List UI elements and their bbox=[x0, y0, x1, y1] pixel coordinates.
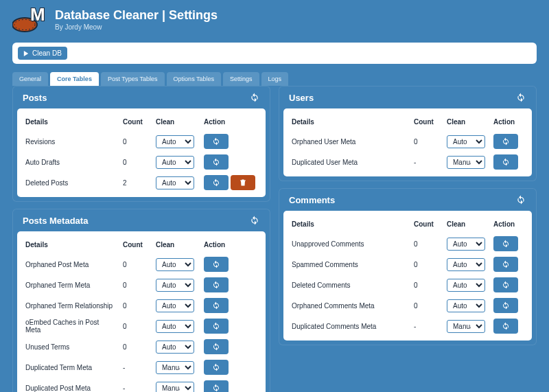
table-row: Duplicated Post Meta-Manual bbox=[21, 378, 261, 392]
table-row: Orphaned Comments Meta0Auto bbox=[288, 295, 528, 316]
row-count: - bbox=[410, 316, 443, 336]
clean-db-button[interactable]: Clean DB bbox=[18, 47, 67, 60]
table-row: oEmbed Caches in Post Meta0Auto bbox=[21, 316, 261, 336]
row-count: 0 bbox=[410, 131, 443, 152]
row-clean-button[interactable] bbox=[493, 236, 518, 251]
row-count: 2 bbox=[119, 172, 152, 193]
refresh-icon bbox=[516, 93, 526, 102]
clean-mode-select[interactable]: Auto bbox=[447, 258, 485, 271]
refresh-icon bbox=[212, 301, 220, 310]
row-label: Orphaned Post Meta bbox=[21, 254, 119, 275]
toolbar: Clean DB bbox=[12, 43, 537, 64]
clean-mode-select[interactable]: Manual bbox=[156, 361, 194, 374]
row-label: Duplicated Post Meta bbox=[21, 378, 119, 392]
row-label: Deleted Posts bbox=[21, 172, 119, 193]
row-clean-button[interactable] bbox=[204, 257, 229, 272]
panel-title: Comments bbox=[289, 195, 335, 205]
panel-posts-metadata: Posts Metadata Details Count Clean Actio… bbox=[12, 209, 270, 392]
row-label: Deleted Comments bbox=[288, 275, 410, 295]
row-label: Duplicated Term Meta bbox=[21, 357, 119, 378]
row-clean-button[interactable] bbox=[204, 154, 229, 170]
clean-mode-select[interactable]: Auto bbox=[156, 279, 194, 292]
svg-text:M: M bbox=[30, 5, 45, 25]
th-action: Action bbox=[200, 238, 261, 254]
clean-mode-select[interactable]: Manual bbox=[156, 382, 194, 393]
tab-post-types[interactable]: Post Types Tables bbox=[101, 72, 165, 86]
refresh-icon bbox=[212, 178, 220, 187]
clean-mode-select[interactable]: Auto bbox=[447, 279, 485, 292]
row-count: 0 bbox=[119, 254, 152, 275]
tab-core-tables[interactable]: Core Tables bbox=[50, 72, 99, 86]
play-icon bbox=[23, 51, 29, 56]
table-row: Orphaned Post Meta0Auto bbox=[21, 254, 261, 275]
tab-general[interactable]: General bbox=[12, 72, 48, 86]
panel-title: Users bbox=[289, 93, 314, 103]
row-clean-button[interactable] bbox=[493, 298, 518, 313]
row-clean-button[interactable] bbox=[204, 339, 229, 354]
row-clean-button[interactable] bbox=[204, 175, 229, 190]
row-count: 0 bbox=[119, 152, 152, 172]
clean-mode-select[interactable]: Manual bbox=[447, 320, 485, 333]
th-count: Count bbox=[119, 238, 152, 254]
row-label: Orphaned Comments Meta bbox=[288, 295, 410, 316]
refresh-icon bbox=[212, 260, 220, 268]
th-clean: Clean bbox=[443, 218, 489, 233]
clean-mode-select[interactable]: Auto bbox=[156, 299, 194, 312]
panel-comments: Comments Details Count Clean Action Unap… bbox=[279, 188, 537, 345]
row-label: Duplicated Comments Meta bbox=[288, 316, 410, 336]
row-clean-button[interactable] bbox=[493, 319, 518, 334]
row-count: 0 bbox=[119, 295, 152, 316]
row-count: 0 bbox=[410, 295, 443, 316]
row-clean-button[interactable] bbox=[204, 380, 229, 392]
clean-mode-select[interactable]: Auto bbox=[447, 135, 485, 148]
app-logo: M bbox=[12, 5, 45, 33]
refresh-icon bbox=[212, 281, 220, 289]
th-clean: Clean bbox=[443, 115, 489, 131]
row-clean-button[interactable] bbox=[204, 277, 229, 292]
page-title: Database Cleaner | Settings bbox=[55, 8, 218, 23]
th-action: Action bbox=[489, 115, 528, 131]
row-clean-button[interactable] bbox=[493, 154, 518, 170]
th-clean: Clean bbox=[152, 238, 200, 254]
tab-options[interactable]: Options Tables bbox=[167, 72, 221, 86]
row-count: 0 bbox=[119, 131, 152, 152]
row-clean-button[interactable] bbox=[204, 298, 229, 313]
clean-mode-select[interactable]: Auto bbox=[156, 135, 194, 148]
clean-mode-select[interactable]: Auto bbox=[156, 156, 194, 169]
row-clean-button[interactable] bbox=[204, 360, 229, 375]
panel-refresh-button[interactable] bbox=[514, 193, 528, 207]
row-clean-button[interactable] bbox=[204, 319, 229, 334]
row-count: 0 bbox=[410, 254, 443, 275]
clean-mode-select[interactable]: Auto bbox=[156, 341, 194, 354]
row-clean-button[interactable] bbox=[493, 134, 518, 149]
clean-mode-select[interactable]: Auto bbox=[447, 299, 485, 312]
table-row: Auto Drafts0Auto bbox=[21, 152, 261, 172]
table-row: Unapproved Comments0Auto bbox=[288, 233, 528, 254]
refresh-icon bbox=[212, 137, 220, 146]
refresh-icon bbox=[212, 343, 220, 351]
refresh-icon bbox=[502, 322, 510, 330]
clean-mode-select[interactable]: Auto bbox=[156, 320, 194, 333]
row-label: oEmbed Caches in Post Meta bbox=[21, 316, 119, 336]
panel-refresh-button[interactable] bbox=[248, 91, 261, 104]
row-clean-button[interactable] bbox=[493, 277, 518, 292]
refresh-icon bbox=[212, 363, 220, 371]
row-label: Orphaned Term Relationship bbox=[21, 295, 119, 316]
row-clean-button[interactable] bbox=[204, 134, 229, 149]
clean-mode-select[interactable]: Auto bbox=[156, 258, 194, 271]
clean-mode-select[interactable]: Manual bbox=[447, 156, 485, 169]
table-row: Duplicated Term Meta-Manual bbox=[21, 357, 261, 378]
row-clean-button[interactable] bbox=[493, 257, 518, 272]
th-details: Details bbox=[288, 218, 410, 233]
refresh-icon bbox=[516, 195, 526, 205]
refresh-icon bbox=[502, 281, 510, 289]
tab-logs[interactable]: Logs bbox=[261, 72, 289, 86]
tab-settings[interactable]: Settings bbox=[223, 72, 259, 86]
clean-mode-select[interactable]: Auto bbox=[447, 238, 485, 251]
panel-refresh-button[interactable] bbox=[514, 91, 528, 104]
panel-refresh-button[interactable] bbox=[248, 214, 261, 227]
row-trash-button[interactable] bbox=[231, 175, 255, 190]
table-row: Deleted Posts2Auto bbox=[21, 172, 261, 193]
clean-mode-select[interactable]: Auto bbox=[156, 176, 194, 189]
refresh-icon bbox=[212, 158, 220, 166]
